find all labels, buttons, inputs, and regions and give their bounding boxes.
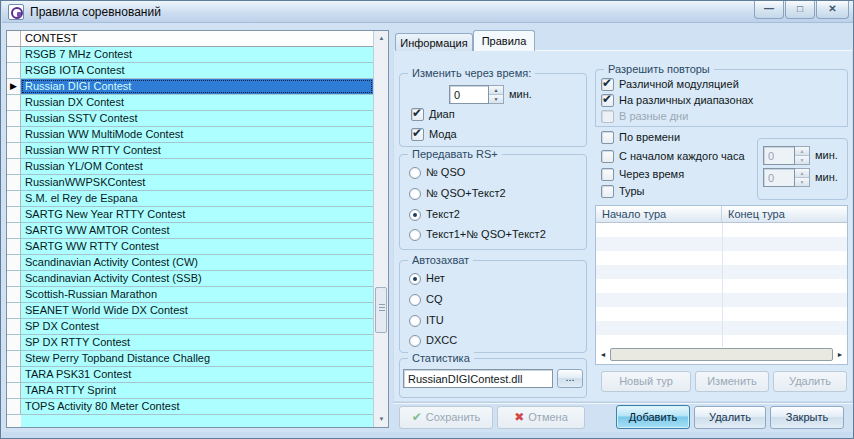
tab-rules[interactable]: Правила — [473, 30, 535, 51]
contest-row[interactable]: Russian YL/OM Contest — [7, 159, 373, 175]
contest-row[interactable]: RSGB IOTA Contest — [7, 63, 373, 79]
contest-row[interactable]: Scandinavian Activity Contest (CW) — [7, 255, 373, 271]
contest-name[interactable]: TARA RTTY Sprint — [21, 383, 373, 398]
scrollbar-thumb[interactable] — [375, 287, 387, 333]
change-time-spinner[interactable]: ▲ ▼ — [489, 85, 504, 104]
contest-row[interactable]: Scandinavian Activity Contest (SSB) — [7, 271, 373, 287]
contest-row[interactable]: Russian WW RTTY Contest — [7, 143, 373, 159]
rs-text2-radio[interactable] — [409, 209, 421, 221]
statistics-dll-input[interactable]: RussianDIGIContest.dll — [403, 369, 553, 388]
contest-row[interactable]: Scottish-Russian Marathon — [7, 287, 373, 303]
contest-name[interactable]: RSGB IOTA Contest — [21, 63, 373, 78]
contest-row[interactable]: RSGB 7 MHz Contest — [7, 47, 373, 63]
add-button[interactable]: Добавить — [616, 405, 690, 429]
contest-row[interactable]: RussianWWPSKContest — [7, 175, 373, 191]
contest-name[interactable]: SARTG WW RTTY Contest — [21, 239, 373, 254]
contest-row[interactable]: ▶ Russian DIGI Contest — [7, 79, 373, 95]
contest-row[interactable]: Russian DX Contest — [7, 95, 373, 111]
cancel-button: ✖Отмена — [497, 406, 585, 429]
contest-row[interactable]: Russian SSTV Contest — [7, 111, 373, 127]
tours-checkbox[interactable] — [601, 185, 614, 198]
tour-table-hscrollbar[interactable]: ◄ ► — [596, 347, 847, 362]
contest-name[interactable]: Russian DIGI Contest — [21, 79, 373, 94]
contest-name[interactable]: Russian WW MultiMode Contest — [21, 127, 373, 142]
delete-button[interactable]: Удалить — [694, 406, 766, 429]
change-time-input[interactable]: 0 — [449, 85, 489, 104]
maximize-icon: □ — [797, 3, 803, 14]
row-gutter-cell — [7, 255, 21, 270]
spin-up-icon[interactable]: ▲ — [489, 86, 503, 95]
contest-name[interactable]: SP DX RTTY Contest — [21, 335, 373, 350]
title-bar[interactable]: Правила соревнований — [2, 1, 853, 23]
tour-end-column-header[interactable]: Конец тура — [722, 206, 847, 222]
repeat-bands-checkbox[interactable]: ✔ — [601, 94, 614, 107]
contest-name[interactable]: TOPS Activity 80 Meter Contest — [21, 399, 373, 414]
contest-name[interactable]: SEANET World Wide DX Contest — [21, 303, 373, 318]
contest-row[interactable]: SARTG WW AMTOR Contest — [7, 223, 373, 239]
contest-list-scrollbar[interactable]: ▲ ▼ — [373, 31, 388, 427]
after-time-row: Через время — [601, 168, 684, 181]
minimize-button[interactable]: — — [754, 1, 784, 19]
contest-name[interactable]: Russian DX Contest — [21, 95, 373, 110]
contest-name[interactable]: RSGB 7 MHz Contest — [21, 47, 373, 62]
contest-row[interactable]: SEANET World Wide DX Contest — [7, 303, 373, 319]
rs-text1-qso-text2-radio[interactable] — [409, 229, 421, 241]
tour-start-column-header[interactable]: Начало тура — [596, 206, 722, 222]
contest-row[interactable]: SARTG New Year RTTY Contest — [7, 207, 373, 223]
contest-name[interactable]: Stew Perry Topband Distance Challeg — [21, 351, 373, 366]
autocapture-itu-radio[interactable] — [409, 315, 421, 327]
tab-information[interactable]: Информация — [395, 33, 473, 51]
change-time-group-title: Изменить через время: — [408, 67, 535, 80]
contest-row[interactable]: Russian WW MultiMode Contest — [7, 127, 373, 143]
tour-table: Начало тура Конец тура ◄ ► — [595, 205, 848, 365]
scroll-up-icon[interactable]: ▲ — [374, 31, 389, 46]
after-time-spinner: ▲ ▼ — [795, 168, 810, 187]
contest-name[interactable]: Russian YL/OM Contest — [21, 159, 373, 174]
contest-name[interactable]: Scottish-Russian Marathon — [21, 287, 373, 302]
spin-down-icon[interactable]: ▼ — [489, 95, 503, 103]
close-button[interactable]: ✕ — [816, 1, 849, 19]
hour-start-checkbox[interactable] — [601, 150, 614, 163]
rs-qso-text2-radio[interactable] — [409, 188, 421, 200]
contest-row[interactable]: TARA PSK31 Contest — [7, 367, 373, 383]
mode-checkbox[interactable]: ✔ — [411, 128, 424, 141]
row-gutter-cell — [7, 287, 21, 302]
minimize-icon: — — [764, 3, 774, 14]
contest-name[interactable]: S.M. el Rey de Espana — [21, 191, 373, 206]
contest-name[interactable]: SP DX Contest — [21, 319, 373, 334]
autocapture-cq-radio[interactable] — [409, 294, 421, 306]
contest-name[interactable]: SARTG New Year RTTY Contest — [21, 207, 373, 222]
band-checkbox[interactable]: ✔ — [411, 108, 424, 121]
repeat-modulation-checkbox[interactable]: ✔ — [601, 78, 614, 91]
contest-row[interactable]: Stew Perry Topband Distance Challeg — [7, 351, 373, 367]
contest-name[interactable]: Scandinavian Activity Contest (CW) — [21, 255, 373, 270]
hour-start-unit: мин. — [815, 149, 838, 162]
close-dialog-button[interactable]: Закрыть — [770, 406, 844, 429]
scroll-left-icon[interactable]: ◄ — [596, 351, 610, 358]
contest-row[interactable]: TOPS Activity 80 Meter Contest — [7, 399, 373, 415]
contest-row[interactable]: TARA RTTY Sprint — [7, 383, 373, 399]
contest-name[interactable]: TARA PSK31 Contest — [21, 367, 373, 382]
by-time-checkbox[interactable] — [601, 131, 614, 144]
hour-start-minutes-input: 0 — [763, 146, 795, 165]
scroll-right-icon[interactable]: ► — [833, 351, 847, 358]
contest-name[interactable]: SARTG WW AMTOR Contest — [21, 223, 373, 238]
rs-qso-radio[interactable] — [409, 167, 421, 179]
contest-name[interactable]: Scandinavian Activity Contest (SSB) — [21, 271, 373, 286]
scroll-down-icon[interactable]: ▼ — [374, 412, 389, 427]
contest-name[interactable]: Russian WW RTTY Contest — [21, 143, 373, 158]
contest-name[interactable]: RussianWWPSKContest — [21, 175, 373, 190]
maximize-button[interactable]: □ — [785, 1, 815, 19]
repeats-group-title: Разрешить повторы — [604, 63, 714, 76]
after-time-checkbox[interactable] — [601, 168, 614, 181]
autocapture-none-radio[interactable] — [409, 273, 421, 285]
contest-row[interactable]: SP DX Contest — [7, 319, 373, 335]
contest-row[interactable]: SARTG WW RTTY Contest — [7, 239, 373, 255]
autocapture-dxcc-radio[interactable] — [409, 335, 421, 347]
contest-name[interactable]: Russian SSTV Contest — [21, 111, 373, 126]
contest-row[interactable]: S.M. el Rey de Espana — [7, 191, 373, 207]
statistics-browse-button[interactable]: ... — [557, 369, 583, 388]
contest-row[interactable]: SP DX RTTY Contest — [7, 335, 373, 351]
hscrollbar-thumb[interactable] — [610, 348, 833, 361]
app-icon — [8, 4, 24, 20]
